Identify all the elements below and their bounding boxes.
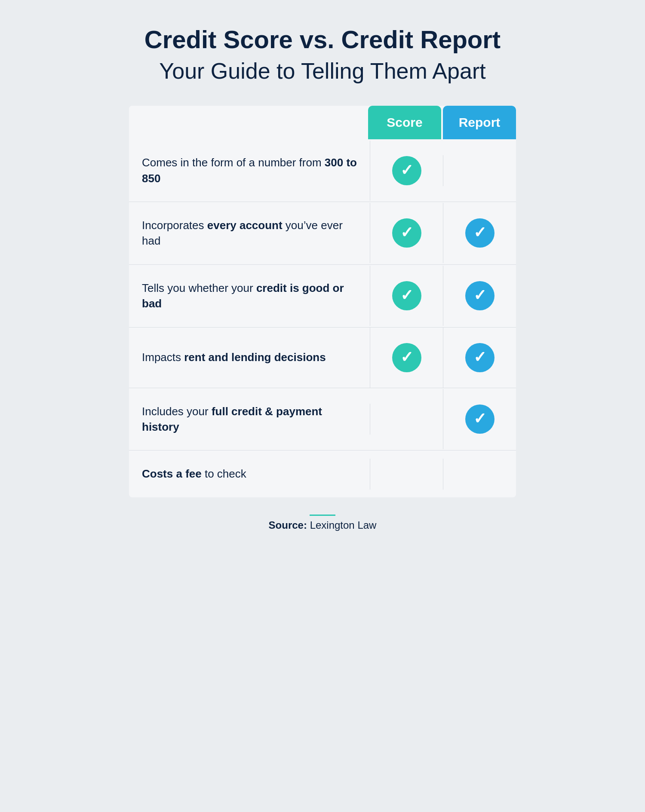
check-blue-row-good-or-bad: ✓: [465, 281, 494, 310]
cell-score-row-good-or-bad: ✓: [370, 266, 443, 326]
check-teal-row-rent-lending: ✓: [392, 343, 421, 372]
table-row: Comes in the form of a number from 300 t…: [129, 139, 516, 202]
cell-score-row-every-account: ✓: [370, 203, 443, 263]
checkmark-icon: ✓: [400, 162, 413, 178]
col-report-header: Report: [443, 106, 516, 139]
checkmark-icon: ✓: [400, 225, 413, 240]
cell-score-row-rent-lending: ✓: [370, 328, 443, 388]
checkmark-icon: ✓: [473, 411, 486, 426]
col-score-header: Score: [368, 106, 441, 139]
checkmark-icon: ✓: [473, 225, 486, 240]
checkmark-icon: ✓: [400, 349, 413, 365]
page-title-sub: Your Guide to Telling Them Apart: [144, 58, 501, 84]
page-title-main: Credit Score vs. Credit Report: [144, 26, 501, 53]
footer-source: Source: Lexington Law: [269, 519, 377, 531]
cell-score-row-costs-fee: [370, 459, 443, 490]
table-header-row: Score Report: [129, 106, 516, 139]
table-row: Includes your full credit & payment hist…: [129, 388, 516, 451]
check-blue-row-every-account: ✓: [465, 218, 494, 248]
page-container: Credit Score vs. Credit Report Your Guid…: [0, 0, 645, 812]
cell-label-row-good-or-bad: Tells you whether your credit is good or…: [129, 265, 370, 327]
table-row: Incorporates every account you’ve ever h…: [129, 202, 516, 265]
cell-report-row-payment-history: ✓: [443, 389, 516, 449]
table-row: Costs a fee to check: [129, 450, 516, 497]
table-body: Comes in the form of a number from 300 t…: [129, 139, 516, 497]
checkmark-icon: ✓: [400, 288, 413, 303]
footer-source-label: Source:: [269, 519, 310, 531]
cell-label-row-number-form: Comes in the form of a number from 300 t…: [129, 139, 370, 202]
check-blue-row-rent-lending: ✓: [465, 343, 494, 372]
cell-label-row-every-account: Incorporates every account you’ve ever h…: [129, 202, 370, 264]
comparison-table: Score Report Comes in the form of a numb…: [129, 106, 516, 497]
table-row: Tells you whether your credit is good or…: [129, 265, 516, 328]
footer-source-value: Lexington Law: [310, 519, 377, 531]
cell-label-row-costs-fee: Costs a fee to check: [129, 450, 370, 497]
checkmark-icon: ✓: [473, 288, 486, 303]
page-header: Credit Score vs. Credit Report Your Guid…: [144, 26, 501, 84]
cell-score-row-number-form: ✓: [370, 141, 443, 201]
checkmark-icon: ✓: [473, 349, 486, 365]
cell-report-row-number-form: [443, 155, 516, 186]
col-label-header: [129, 106, 368, 139]
check-teal-row-good-or-bad: ✓: [392, 281, 421, 310]
cell-report-row-costs-fee: [443, 459, 516, 490]
page-footer: Source: Lexington Law: [269, 515, 377, 531]
check-teal-row-number-form: ✓: [392, 156, 421, 185]
footer-divider: [310, 515, 335, 516]
cell-label-row-payment-history: Includes your full credit & payment hist…: [129, 388, 370, 450]
cell-report-row-rent-lending: ✓: [443, 328, 516, 388]
check-blue-row-payment-history: ✓: [465, 404, 494, 434]
check-teal-row-every-account: ✓: [392, 218, 421, 248]
cell-score-row-payment-history: [370, 404, 443, 435]
cell-report-row-every-account: ✓: [443, 203, 516, 263]
cell-report-row-good-or-bad: ✓: [443, 266, 516, 326]
table-row: Impacts rent and lending decisions✓✓: [129, 328, 516, 388]
cell-label-row-rent-lending: Impacts rent and lending decisions: [129, 334, 370, 380]
